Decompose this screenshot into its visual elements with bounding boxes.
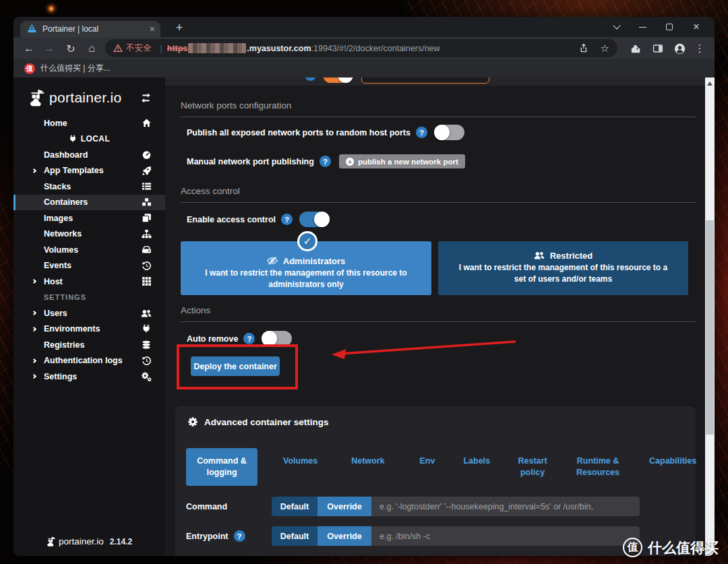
bookmark-favicon: 值	[24, 63, 35, 74]
check-icon: ✓	[303, 235, 312, 247]
window-minimize-button[interactable]	[632, 20, 653, 34]
publish-all-row: Publish all exposed network ports to ran…	[187, 125, 464, 140]
tab-labels[interactable]: Labels	[463, 448, 490, 467]
enable-access-toggle[interactable]	[299, 212, 330, 227]
sidebar-environment-local[interactable]: LOCAL	[13, 131, 165, 148]
tab-volumes[interactable]: Volumes	[283, 448, 317, 467]
list-icon	[141, 181, 152, 192]
tab-restart-policy[interactable]: Restart policy	[516, 448, 549, 478]
tab-command-logging[interactable]: Command & logging	[186, 448, 257, 486]
sidebar-item-dashboard[interactable]: Dashboard	[13, 147, 165, 163]
sidebar-item-app-templates[interactable]: App Templates	[13, 163, 165, 179]
entrypoint-default-button[interactable]: Default	[272, 526, 317, 546]
chevron-right-icon	[32, 358, 36, 363]
annotation-red-rectangle	[177, 344, 298, 389]
annotation-red-arrow	[324, 334, 519, 371]
sidebar-item-home[interactable]: Home	[13, 115, 165, 131]
sidebar-item-host[interactable]: Host	[13, 274, 165, 290]
home-button[interactable]: ⌂	[83, 40, 100, 57]
extensions-puzzle-icon[interactable]	[627, 40, 643, 57]
help-icon[interactable]: ?	[243, 333, 255, 344]
sidebar-item-containers[interactable]: Containers	[13, 195, 165, 211]
restricted-card[interactable]: Restricted I want to restrict the manage…	[438, 241, 688, 295]
sidebar-item-environments[interactable]: Environments	[13, 321, 165, 338]
back-button[interactable]: ←	[20, 40, 38, 57]
scrollbar-up-arrow[interactable]	[707, 82, 712, 86]
cubes-icon	[141, 197, 152, 208]
window-close-button[interactable]: ×	[686, 20, 706, 34]
sidebar-item-networks[interactable]: Networks	[13, 226, 165, 243]
publish-port-button[interactable]: + publish a new network port	[339, 154, 465, 168]
minimize-icon	[639, 27, 646, 28]
browser-window: Portainer | local × + × ← → ↻ ⌂ 不安全 | ht…	[13, 17, 715, 556]
sidebar-collapse-button[interactable]	[140, 92, 152, 104]
command-input[interactable]	[371, 497, 640, 516]
side-panel-icon[interactable]	[650, 40, 666, 57]
chevron-right-icon	[32, 327, 36, 332]
window-menu-button[interactable]	[607, 20, 627, 34]
entrypoint-row: Entrypoint ? Default Override	[186, 526, 640, 546]
sidebar-item-settings[interactable]: Settings	[13, 369, 165, 385]
chevron-right-icon	[32, 279, 36, 284]
sidebar-item-authentication-logs[interactable]: Authentication logs	[13, 353, 165, 369]
tab-strip: Portainer | local × + ×	[13, 17, 715, 37]
manual-publish-row: Manual network port publishing ? + publi…	[187, 154, 465, 168]
portainer-logo[interactable]: portainer.io	[28, 85, 122, 111]
command-override-button[interactable]: Override	[317, 497, 371, 516]
enable-access-row: Enable access control ?	[187, 212, 330, 227]
share-icon[interactable]	[578, 43, 588, 53]
entrypoint-override-button[interactable]: Override	[317, 526, 371, 546]
watermark-badge: 值	[623, 538, 642, 557]
page-scrollbar[interactable]	[705, 77, 715, 556]
sidebar-item-stacks[interactable]: Stacks	[13, 179, 165, 195]
entrypoint-input[interactable]	[371, 526, 640, 546]
chevron-down-icon	[613, 22, 620, 29]
portainer-logo-icon	[28, 89, 46, 106]
sidebar-item-volumes[interactable]: Volumes	[13, 242, 165, 258]
history-icon	[141, 355, 152, 366]
tab-close-icon[interactable]: ×	[150, 24, 155, 34]
sidebar-item-events[interactable]: Events	[13, 258, 165, 274]
help-icon[interactable]: ?	[234, 530, 245, 542]
forward-button[interactable]: →	[40, 40, 58, 57]
tab-runtime-resources[interactable]: Runtime & Resources	[572, 448, 624, 478]
webhook-url-field[interactable]	[361, 77, 489, 84]
main-content: Create a container webhook ? Network por…	[165, 77, 705, 556]
profile-avatar-icon[interactable]	[671, 40, 688, 57]
bookmark-star-icon[interactable]: ☆	[601, 42, 609, 55]
browser-toolbar: ← → ↻ ⌂ 不安全 | https .myasustor.com :1994…	[13, 37, 715, 59]
publish-all-toggle[interactable]	[434, 125, 464, 140]
tab-capabilities[interactable]: Capabilities	[649, 448, 696, 467]
sidebar-item-users[interactable]: Users	[13, 305, 165, 321]
exchange-arrows-icon	[140, 92, 152, 104]
help-icon[interactable]: ?	[281, 214, 293, 225]
new-tab-button[interactable]: +	[171, 20, 187, 36]
version-label: 2.14.2	[110, 537, 132, 546]
help-icon[interactable]: ?	[305, 77, 316, 81]
tab-env[interactable]: Env	[420, 448, 435, 467]
reload-button[interactable]: ↻	[62, 40, 80, 57]
help-icon[interactable]: ?	[320, 156, 331, 167]
advanced-settings-panel: Advanced container settings Command & lo…	[175, 406, 696, 556]
tab-network[interactable]: Network	[351, 448, 384, 467]
sidebar-item-registries[interactable]: Registries	[13, 337, 165, 353]
webhook-label: Create a container webhook	[187, 77, 299, 80]
browser-menu-icon[interactable]: ⋮	[692, 40, 708, 57]
browser-tab[interactable]: Portainer | local ×	[20, 21, 160, 37]
chevron-right-icon	[32, 374, 36, 379]
sidebar-item-images[interactable]: Images	[13, 210, 165, 226]
bookmarks-bar: 值 什么值得买 | 分享...	[13, 59, 715, 77]
window-maximize-button[interactable]	[659, 20, 679, 34]
clipped-webhook-row: Create a container webhook ?	[165, 77, 705, 86]
help-icon[interactable]: ?	[416, 127, 427, 138]
portainer-favicon-icon	[27, 24, 37, 34]
sidebar-settings-header: SETTINGS	[13, 290, 165, 306]
command-label: Command	[186, 502, 272, 511]
webhook-toggle[interactable]	[323, 77, 353, 83]
address-bar[interactable]: 不安全 | https .myasustor.com :19943/#!/2/d…	[105, 39, 617, 57]
bookmark-item[interactable]: 什么值得买 | 分享...	[40, 63, 111, 74]
portainer-logo-text: portainer.io	[49, 90, 122, 106]
command-default-button[interactable]: Default	[272, 497, 317, 516]
eye-slash-icon	[267, 255, 278, 266]
scrollbar-thumb[interactable]	[706, 220, 714, 435]
